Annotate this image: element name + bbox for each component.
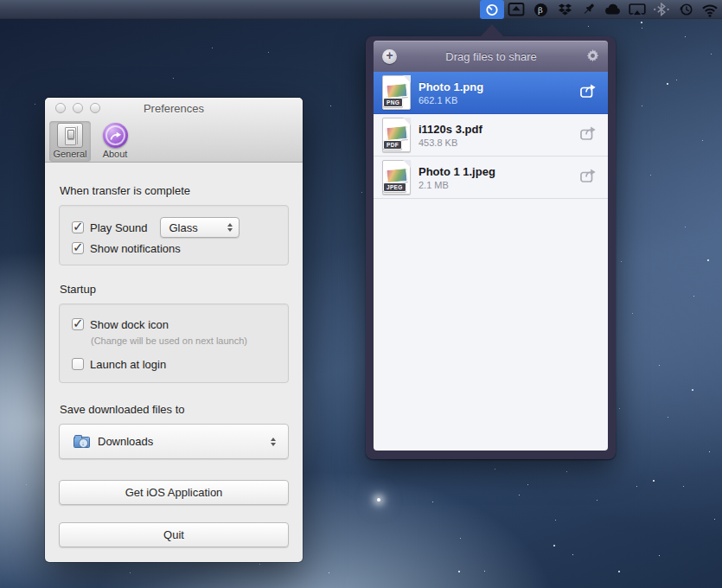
beta-icon: β [534, 3, 547, 16]
preferences-window: Preferences General About When transfer … [45, 98, 303, 562]
preferences-content: When transfer is complete Play Sound Gla… [45, 163, 303, 547]
stopwatch-icon [484, 2, 500, 17]
title-bar[interactable]: Preferences [45, 98, 303, 119]
save-section-heading: Save downloaded files to [60, 403, 289, 416]
tab-general[interactable]: General [49, 121, 91, 162]
time-machine-clock-icon [678, 2, 694, 17]
file-size: 2.1 MB [419, 180, 579, 190]
cloud-menu-icon[interactable] [601, 0, 625, 19]
save-folder-popup[interactable]: Downloads [59, 424, 289, 459]
tab-about-label: About [103, 149, 128, 159]
tab-about[interactable]: About [94, 121, 136, 162]
bluetooth-transfer-icon [653, 3, 670, 17]
photo-thumbnail [386, 125, 407, 141]
transfer-group: Play Sound Glass Show notifications [59, 205, 289, 265]
eject-box-icon [508, 2, 525, 17]
jpeg-file-icon: JPEG [382, 160, 411, 195]
dropbox-menu-icon[interactable] [553, 0, 577, 19]
png-file-icon: PNG [382, 75, 411, 110]
transfer-app-menu-icon[interactable] [480, 0, 504, 19]
wallpaper-bright-star [377, 498, 380, 502]
popover-title: Drag files to share [397, 50, 585, 63]
quit-button[interactable]: Quit [59, 522, 289, 547]
sound-popup-value: Glass [169, 221, 227, 234]
show-notifications-label: Show notifications [90, 242, 181, 255]
file-name: i1120s 3.pdf [419, 123, 579, 136]
gear-icon[interactable] [585, 49, 599, 63]
wifi-icon [701, 3, 719, 17]
preferences-toolbar: General About [45, 119, 303, 162]
play-sound-label: Play Sound [90, 221, 148, 234]
eject-box-menu-icon[interactable] [504, 0, 528, 19]
popup-arrows-icon [227, 223, 233, 232]
photo-thumbnail [386, 83, 407, 99]
pin-menu-icon[interactable] [577, 0, 601, 19]
file-type-badge: PNG [383, 98, 403, 107]
wifi-menu-icon[interactable] [698, 0, 722, 19]
time-machine-menu-icon[interactable] [674, 0, 698, 19]
zoom-button[interactable] [90, 103, 100, 113]
file-name: Photo 1 1.jpeg [419, 165, 579, 178]
window-header: Preferences General About [45, 98, 303, 163]
close-button[interactable] [55, 103, 66, 113]
transfer-section-heading: When transfer is complete [60, 184, 289, 197]
file-row-photo-1-1-jpeg[interactable]: JPEG Photo 1 1.jpeg 2.1 MB [374, 157, 608, 199]
file-type-badge: JPEG [383, 182, 406, 192]
startup-section-heading: Startup [60, 283, 289, 296]
launch-at-login-checkbox[interactable] [72, 358, 84, 370]
launch-at-login-label: Launch at login [90, 358, 166, 371]
save-folder-value: Downloads [98, 435, 271, 448]
menu-bar: β [0, 0, 722, 19]
cloud-icon [604, 3, 622, 16]
play-sound-checkbox[interactable] [72, 221, 84, 233]
menu-extras-tray: β [480, 0, 722, 19]
startup-group: Show dock icon (Change will be used on n… [59, 304, 289, 383]
get-ios-application-button[interactable]: Get iOS Application [59, 480, 289, 505]
file-list: PNG Photo 1.png 662.1 KB PDF i1120s 3.pd… [374, 72, 608, 451]
beta-menu-icon[interactable]: β [528, 0, 553, 19]
popover-header: + Drag files to share [374, 41, 608, 72]
photo-thumbnail [386, 168, 407, 183]
share-icon[interactable] [579, 125, 597, 144]
file-name: Photo 1.png [419, 80, 579, 93]
minimize-button[interactable] [73, 103, 83, 113]
pdf-file-icon: PDF [382, 118, 411, 152]
show-dock-icon-checkbox[interactable] [72, 318, 84, 330]
popup-arrows-icon [271, 438, 276, 446]
bluetooth-menu-icon[interactable] [649, 0, 674, 19]
dock-icon-note: (Change will be used on next launch) [91, 336, 276, 346]
file-row-i1120s-3-pdf[interactable]: PDF i1120s 3.pdf 453.8 KB [374, 114, 608, 157]
show-dock-icon-label: Show dock icon [90, 318, 169, 331]
file-size: 453.8 KB [419, 137, 579, 148]
file-row-photo-1-png[interactable]: PNG Photo 1.png 662.1 KB [374, 72, 608, 114]
share-icon[interactable] [579, 83, 597, 102]
pushpin-icon [581, 2, 597, 17]
app-logo-icon [103, 123, 128, 148]
share-icon[interactable] [579, 168, 597, 187]
file-type-badge: PDF [383, 140, 402, 150]
tab-general-label: General [53, 149, 86, 159]
show-notifications-checkbox[interactable] [72, 242, 84, 254]
add-file-button[interactable]: + [382, 49, 397, 64]
downloads-folder-icon [73, 437, 90, 448]
airplay-menu-icon[interactable] [625, 0, 649, 19]
traffic-lights [55, 103, 100, 113]
airplay-display-icon [629, 3, 646, 17]
file-size: 662.1 KB [419, 95, 579, 105]
dropbox-icon [557, 3, 573, 17]
sound-popup[interactable]: Glass [160, 217, 240, 238]
switch-icon [57, 123, 83, 148]
share-popover: + Drag files to share PNG Photo 1.png 66… [366, 36, 616, 459]
